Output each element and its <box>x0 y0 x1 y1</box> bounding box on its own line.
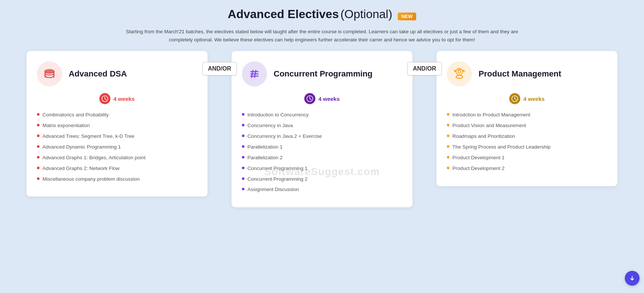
topic-text: The Spring Process and Product Leadershi… <box>452 144 551 151</box>
bullet-icon <box>447 156 449 159</box>
bullet-icon <box>242 145 244 148</box>
list-item: Combinatorics and Probability <box>37 112 197 119</box>
bullet-icon <box>242 113 244 116</box>
page-title-bold: Advanced Electives <box>228 7 339 21</box>
duration-concurrent: 4 weeks <box>242 93 402 104</box>
scroll-button[interactable] <box>625 271 640 286</box>
page-title-optional: (Optional) <box>340 7 393 21</box>
topic-list-product: Introdction to Product Management Produc… <box>447 112 607 172</box>
topic-text: Miscellaneous company problem discussion <box>42 176 140 183</box>
bullet-icon <box>242 134 244 137</box>
svg-rect-2 <box>53 71 54 78</box>
separator-badge-1: AND/OR <box>202 62 237 75</box>
bullet-icon <box>447 124 449 126</box>
list-item: Introdction to Product Management <box>447 112 607 119</box>
card-icon-concurrent <box>242 61 267 86</box>
list-item: The Spring Process and Product Leadershi… <box>447 144 607 151</box>
duration-label-product: 4 weeks <box>523 96 545 102</box>
duration-product: 4 weeks <box>447 93 607 104</box>
bullet-icon <box>37 145 40 148</box>
card-icon-product <box>447 61 472 86</box>
bullet-icon <box>447 113 449 116</box>
new-badge: NEW <box>398 13 416 20</box>
topic-text: Advanced Graphs 2: Network Flow <box>42 165 120 172</box>
list-item: Product Development 2 <box>447 165 607 172</box>
list-item: Concurrent Programming 2 <box>242 176 402 183</box>
topic-text: Combinatorics and Probability <box>42 112 109 119</box>
topic-text: Roadmaps and Prioritization <box>452 133 515 140</box>
topic-text: Advanced Dynamic Programming 1 <box>42 144 121 151</box>
bullet-icon <box>37 156 40 159</box>
topic-text: Parallelization 2 <box>247 154 282 161</box>
topic-text: Assignment Discussion <box>247 186 299 193</box>
card-title-dsa: Advanced DSA <box>69 69 127 79</box>
list-item: Assignment Discussion <box>242 186 402 193</box>
topic-list-concurrent: Introduction to Concurrency Concurrency … <box>242 112 402 193</box>
list-item: Product Vision and Measurement <box>447 122 607 129</box>
topic-text: Concurrent Programming 1 <box>247 165 308 172</box>
list-item: Advanced Trees: Segment Tree, k-D Tree <box>37 133 197 140</box>
topic-text: Advanced Trees: Segment Tree, k-D Tree <box>42 133 134 140</box>
bullet-icon <box>242 188 244 190</box>
list-item: Concurrent Programming 1 <box>242 165 402 172</box>
svg-line-13 <box>310 99 311 100</box>
card-advanced-dsa: Advanced DSA 4 weeks Combinatorics and P… <box>27 51 208 197</box>
bullet-icon <box>37 124 40 126</box>
card-icon-dsa <box>37 61 62 86</box>
card-product-management: Product Management 4 weeks Introdction t… <box>436 51 617 186</box>
card-header-product: Product Management <box>447 61 607 86</box>
svg-line-22 <box>515 99 516 100</box>
separator-2: AND/OR <box>412 51 436 75</box>
topic-text: Product Development 1 <box>452 154 504 161</box>
svg-line-5 <box>105 99 106 100</box>
topic-list-dsa: Combinatorics and Probability Matrix exp… <box>37 112 197 183</box>
topic-text: Concurrency in Java 2 + Exercise <box>247 133 322 140</box>
list-item: Product Development 1 <box>447 154 607 161</box>
topic-text: Parallelization 1 <box>247 144 282 151</box>
svg-rect-1 <box>45 71 46 78</box>
topic-text: Product Vision and Measurement <box>452 122 526 129</box>
separator-badge-2: AND/OR <box>407 62 442 75</box>
card-header-dsa: Advanced DSA <box>37 61 197 86</box>
card-header-concurrent: Concurrent Programming <box>242 61 402 86</box>
cards-wrapper: Advanced DSA 4 weeks Combinatorics and P… <box>11 51 633 207</box>
card-title-product: Product Management <box>479 69 561 79</box>
svg-point-16 <box>456 75 463 78</box>
bullet-icon <box>447 167 449 169</box>
list-item: Introduction to Concurrency <box>242 112 402 119</box>
svg-point-15 <box>459 71 460 73</box>
page-subtitle: Starting from the March'21 batches, the … <box>119 28 525 44</box>
list-item: Parallelization 1 <box>242 144 402 151</box>
card-title-concurrent: Concurrent Programming <box>274 69 373 79</box>
list-item: Roadmaps and Prioritization <box>447 133 607 140</box>
topic-text: Introduction to Concurrency <box>247 112 309 119</box>
duration-label-concurrent: 4 weeks <box>318 96 340 102</box>
bullet-icon <box>242 124 244 126</box>
duration-dsa: 4 weeks <box>37 93 197 104</box>
bullet-icon <box>447 134 449 137</box>
duration-icon-dsa <box>99 93 110 104</box>
topic-text: Concurrent Programming 2 <box>247 176 308 183</box>
topic-text: Product Development 2 <box>452 165 504 172</box>
card-concurrent-programming: Concurrent Programming 4 weeks Introduct… <box>232 51 412 207</box>
bullet-icon <box>242 177 244 180</box>
bullet-icon <box>37 167 40 169</box>
bullet-icon <box>37 134 40 137</box>
separator-1: AND/OR <box>208 51 232 75</box>
list-item: Miscellaneous company problem discussion <box>37 176 197 183</box>
bullet-icon <box>37 113 40 116</box>
list-item: Concurrency in Java 2 + Exercise <box>242 133 402 140</box>
topic-text: Concurrency in Java <box>247 122 293 129</box>
bullet-icon <box>447 145 449 148</box>
list-item: Advanced Dynamic Programming 1 <box>37 144 197 151</box>
list-item: Advanced Graphs 1: Bridges, Articulation… <box>37 154 197 161</box>
list-item: Concurrency in Java <box>242 122 402 129</box>
duration-icon-product <box>509 93 520 104</box>
topic-text: Matrix exponentiation <box>42 122 90 129</box>
topic-text: Introdction to Product Management <box>452 112 530 119</box>
duration-label-dsa: 4 weeks <box>113 96 135 102</box>
duration-icon-concurrent <box>304 93 315 104</box>
bullet-icon <box>37 177 40 180</box>
bullet-icon <box>242 167 244 169</box>
page-header: Advanced Electives (Optional) NEW Starti… <box>11 7 633 44</box>
